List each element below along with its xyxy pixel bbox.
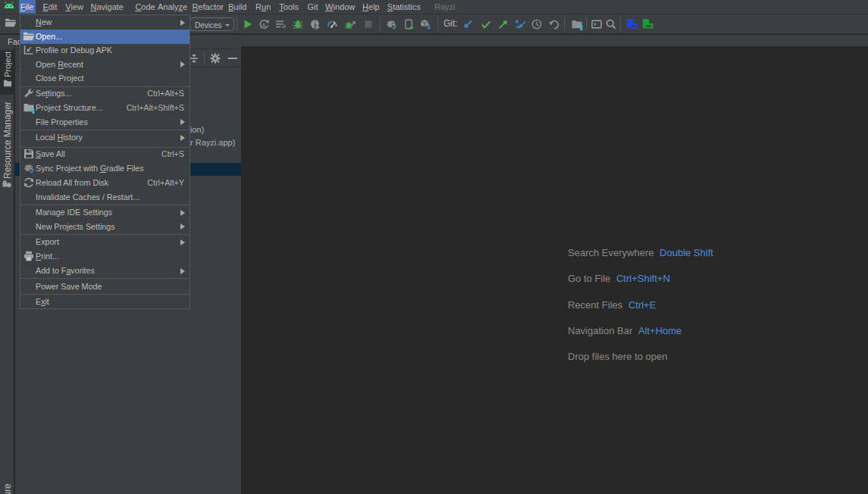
svg-text:A: A xyxy=(262,22,266,29)
